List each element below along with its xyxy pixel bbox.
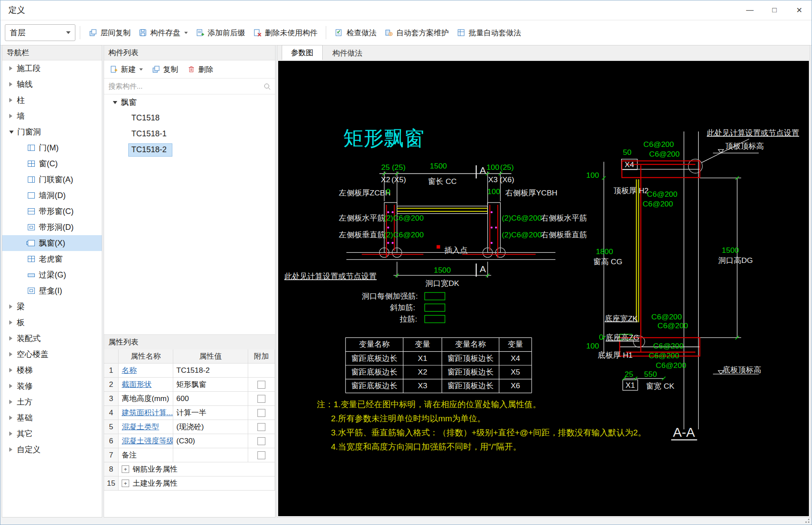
component-group[interactable]: 飘窗	[104, 94, 275, 110]
attach-checkbox[interactable]	[257, 423, 265, 431]
copy-between-floors-button[interactable]: 层间复制	[85, 25, 134, 41]
cad-label: 窗长 CC	[428, 177, 457, 186]
property-value-cell[interactable]	[173, 448, 248, 462]
property-name[interactable]: 混凝土类型	[122, 422, 159, 432]
property-name[interactable]: 截面形状	[122, 379, 152, 390]
close-button[interactable]: ✕	[787, 1, 812, 20]
expand-arrow-icon[interactable]	[9, 447, 12, 452]
nav-item-label: 土方	[17, 397, 33, 407]
nav-item-板[interactable]: 板	[2, 315, 102, 330]
attach-checkbox[interactable]	[257, 409, 265, 417]
attach-checkbox[interactable]	[257, 451, 265, 459]
property-name-cell[interactable]: 混凝土强度等级	[119, 434, 173, 448]
delete-component-button[interactable]: 删除	[187, 64, 213, 75]
nav-item-土方[interactable]: 土方	[2, 394, 102, 410]
property-name[interactable]: 混凝土强度等级	[122, 436, 173, 446]
nav-item-窗(C)[interactable]: 窗(C)	[2, 156, 102, 172]
check-method-button[interactable]: 检查做法	[331, 25, 380, 41]
nav-item-带形窗(C)[interactable]: 带形窗(C)	[2, 203, 102, 219]
nav-item-墙[interactable]: 墙	[2, 108, 102, 124]
expand-arrow-icon[interactable]	[9, 114, 12, 118]
property-value-cell[interactable]: (现浇砼)	[173, 420, 248, 434]
nav-item-柱[interactable]: 柱	[2, 92, 102, 108]
nav-item-其它[interactable]: 其它	[2, 426, 102, 442]
attach-checkbox[interactable]	[257, 437, 265, 445]
nav-item-门窗洞[interactable]: 门窗洞	[2, 124, 102, 140]
expand-arrow-icon[interactable]	[9, 82, 12, 86]
auto-apply-plan-button[interactable]: 自动套方案维护	[380, 25, 453, 41]
expand-arrow-icon[interactable]	[9, 431, 12, 436]
nav-item-壁龛(I)[interactable]: 壁龛(I)	[2, 283, 102, 299]
expand-arrow-icon[interactable]	[9, 320, 12, 325]
delete-unused-button[interactable]: 删除未使用构件	[249, 25, 321, 41]
save-component-button[interactable]: 构件存盘	[134, 25, 192, 41]
search-input[interactable]	[108, 82, 263, 91]
property-name[interactable]: 名称	[122, 365, 137, 375]
nav-item-基础[interactable]: 基础	[2, 410, 102, 426]
new-component-button[interactable]: 新建	[109, 64, 143, 75]
expand-arrow-icon[interactable]	[9, 368, 12, 372]
nav-item-老虎窗[interactable]: 老虎窗	[2, 251, 102, 267]
property-value-cell[interactable]: TC1518-2	[173, 364, 248, 378]
component-item-TC1518-2[interactable]: TC1518-2	[104, 142, 275, 158]
cad-label: X4	[625, 160, 634, 169]
maximize-button[interactable]: □	[762, 1, 787, 20]
search-icon[interactable]	[263, 82, 272, 91]
add-prefix-suffix-button[interactable]: 添加前后缀	[192, 25, 249, 41]
expand-arrow-icon[interactable]	[9, 304, 12, 309]
expand-arrow-icon[interactable]	[9, 400, 12, 404]
property-name-cell[interactable]: 截面形状	[119, 378, 173, 392]
cad-canvas[interactable]: 变量名称变量变量名称变量窗距底板边长X1窗距顶板边长X4窗距底板边长X2窗距顶板…	[278, 61, 809, 516]
expand-arrow-icon[interactable]	[9, 384, 12, 388]
nav-item-梁[interactable]: 梁	[2, 299, 102, 315]
nav-item-门联窗(A)[interactable]: 门联窗(A)	[2, 172, 102, 188]
property-extra-cell	[248, 378, 275, 392]
nav-item-墙洞(D)[interactable]: 墙洞(D)	[2, 188, 102, 203]
nav-item-轴线[interactable]: 轴线	[2, 76, 102, 92]
property-value-cell[interactable]: 600	[173, 392, 248, 406]
property-name-cell[interactable]: 混凝土类型	[119, 420, 173, 434]
cad-label: 550	[644, 370, 657, 379]
expand-arrow-icon[interactable]	[9, 66, 12, 71]
property-group-cell[interactable]: 土建业务属性	[119, 476, 275, 491]
nav-item-装修[interactable]: 装修	[2, 378, 102, 394]
nav-item-门(M)[interactable]: 门(M)	[2, 140, 102, 156]
expand-arrow-icon[interactable]	[9, 98, 12, 102]
cad-label: C6@200	[649, 150, 680, 158]
nav-item-飘窗(X)[interactable]: 飘窗(X)	[2, 235, 102, 251]
property-group-cell[interactable]: 钢筋业务属性	[119, 462, 275, 476]
collapse-arrow-icon[interactable]	[9, 131, 14, 134]
strip-window-icon	[28, 208, 35, 214]
property-name-cell[interactable]: 名称	[119, 364, 173, 378]
property-name[interactable]: 建筑面积计算...	[122, 408, 173, 418]
floor-selector[interactable]: 首层	[5, 24, 75, 41]
expand-arrow-icon[interactable]	[9, 352, 12, 356]
nav-item-楼梯[interactable]: 楼梯	[2, 362, 102, 378]
property-value-cell[interactable]: 计算一半	[173, 406, 248, 420]
attach-checkbox[interactable]	[257, 395, 265, 403]
component-item-TC1518[interactable]: TC1518	[104, 110, 275, 126]
nav-item-空心楼盖[interactable]: 空心楼盖	[2, 346, 102, 362]
batch-auto-apply-button[interactable]: 批量自动套做法	[453, 25, 525, 41]
component-item-TC1518-1[interactable]: TC1518-1	[104, 126, 275, 142]
property-value-cell[interactable]: (C30)	[173, 434, 248, 448]
nav-item-自定义[interactable]: 自定义	[2, 442, 102, 458]
expand-arrow-icon[interactable]	[9, 416, 12, 420]
nav-item-带形洞(D)[interactable]: 带形洞(D)	[2, 219, 102, 235]
property-name-cell: 备注	[119, 448, 173, 462]
minimize-button[interactable]: —	[738, 1, 762, 20]
copy-component-button[interactable]: 复制	[152, 64, 178, 75]
expand-plus-icon[interactable]	[122, 465, 129, 473]
tab-parameter-diagram[interactable]: 参数图	[282, 45, 323, 60]
property-value-cell[interactable]: 矩形飘窗	[173, 378, 248, 392]
nav-item-装配式[interactable]: 装配式	[2, 330, 102, 346]
nav-item-过梁(G)[interactable]: 过梁(G)	[2, 267, 102, 283]
nav-item-施工段[interactable]: 施工段	[2, 60, 102, 76]
expand-arrow-icon[interactable]	[9, 336, 12, 341]
properties-header-row: 属性名称 属性值 附加	[104, 349, 275, 364]
tab-component-methods[interactable]: 构件做法	[324, 46, 371, 60]
property-name-cell[interactable]: 建筑面积计算...	[119, 406, 173, 420]
expand-plus-icon[interactable]	[122, 480, 129, 487]
collapse-arrow-icon[interactable]	[113, 101, 117, 104]
attach-checkbox[interactable]	[257, 381, 265, 389]
